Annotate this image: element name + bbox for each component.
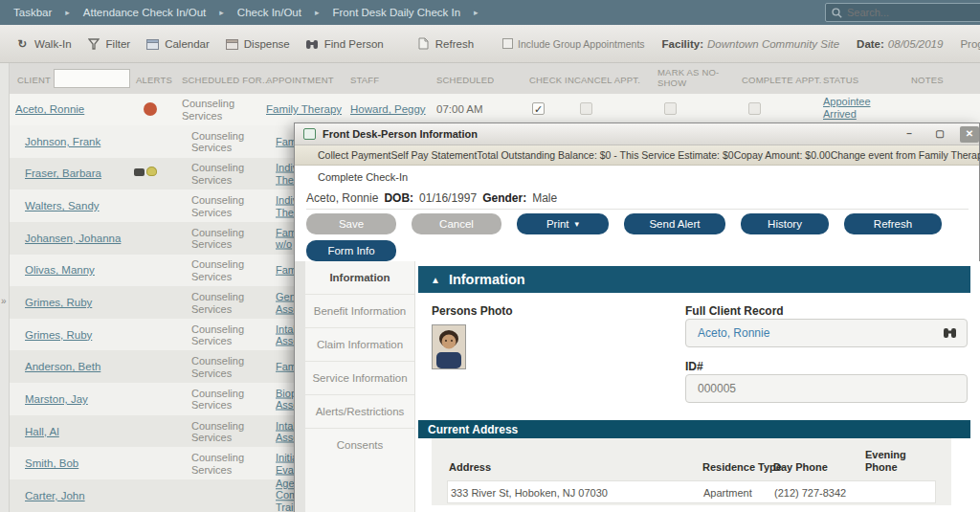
binoculars-icon: [305, 37, 320, 51]
lookup-binoculars-icon[interactable]: [943, 326, 957, 342]
client-link[interactable]: Marston, Jay: [25, 393, 88, 405]
crumb-attendance-check-in-out[interactable]: Attendance Check In/Out: [83, 7, 207, 18]
walk-in-button[interactable]: ↻ Walk-In: [15, 37, 72, 51]
form-info-button[interactable]: Form Info: [306, 240, 396, 261]
print-button[interactable]: Print ▾: [517, 213, 609, 234]
crumb-taskbar[interactable]: Taskbar: [13, 7, 52, 18]
refresh-button[interactable]: Refresh: [844, 213, 942, 234]
include-group-label: Include Group Appointments: [518, 38, 645, 50]
client-link[interactable]: Smith, Bob: [25, 457, 78, 469]
search-input[interactable]: [847, 7, 962, 18]
address-row[interactable]: 333 River St, Hoboken, NJ 07030 Apartmen…: [447, 480, 936, 503]
send-alert-button[interactable]: Send Alert: [624, 213, 725, 234]
change-event-button[interactable]: Change event from Family Therapy: [831, 149, 980, 161]
crumb-check-in-out[interactable]: Check In/Out: [237, 7, 301, 18]
filter-label: Filter: [106, 38, 131, 50]
alert-flag-icon[interactable]: [144, 102, 157, 116]
find-person-label: Find Person: [324, 38, 384, 50]
client-record-value: Aceto, Ronnie: [698, 326, 769, 340]
maximize-button[interactable]: ▢: [929, 126, 950, 143]
nav-information[interactable]: Information: [305, 261, 414, 295]
staff-link[interactable]: Howard, Peggy: [350, 103, 426, 115]
nav-alerts-restrictions[interactable]: Alerts/Restrictions: [305, 395, 414, 429]
self-pay-statement-button[interactable]: Self Pay Statement: [390, 149, 477, 161]
close-button[interactable]: ✕: [960, 126, 979, 143]
client-link[interactable]: Walters, Sandy: [25, 200, 100, 211]
col-appointment[interactable]: APPOINTMENT: [266, 75, 334, 85]
nav-service-information[interactable]: Service Information: [305, 362, 414, 395]
col-scheduled[interactable]: SCHEDULED: [436, 75, 494, 85]
front-desk-daily-check-in-screen: Taskbar ▸ Attendance Check In/Out ▸ Chec…: [0, 0, 980, 512]
col-status[interactable]: STATUS: [823, 75, 858, 85]
nav-benefit-information[interactable]: Benefit Information: [305, 295, 414, 328]
include-group-appointments-toggle[interactable]: Include Group Appointments: [502, 38, 645, 50]
client-link[interactable]: Fraser, Barbara: [25, 167, 101, 179]
calendar-button[interactable]: Calendar: [145, 37, 210, 51]
id-label: ID#: [685, 360, 703, 373]
date-value[interactable]: 08/05/2019: [888, 38, 944, 50]
cancel-button[interactable]: Cancel: [412, 213, 501, 234]
expand-panel-chevron-icon[interactable]: »: [1, 296, 7, 306]
find-person-button[interactable]: Find Person: [305, 37, 384, 51]
dialog-side-nav: Information Benefit Information Claim In…: [305, 261, 415, 512]
caret-down-icon: ▾: [575, 219, 580, 229]
col-cancel-appt[interactable]: CANCEL APPT.: [574, 75, 640, 85]
col-notes[interactable]: NOTES: [911, 75, 944, 85]
col-day-phone: Day Phone: [773, 461, 828, 474]
client-link[interactable]: Carter, John: [25, 490, 85, 501]
camera-alert-icon: [134, 168, 145, 176]
id-field[interactable]: 000005: [685, 374, 968, 403]
refresh-button[interactable]: Refresh: [416, 37, 474, 51]
col-mark-no-show[interactable]: MARK AS NO- SHOW: [657, 67, 720, 88]
check-in-checkbox[interactable]: ✓: [532, 102, 545, 115]
day-phone-value: (212) 727-8342: [774, 487, 846, 500]
appointment-link[interactable]: Family Therapy: [266, 103, 342, 115]
nav-claim-information[interactable]: Claim Information: [305, 328, 414, 362]
filter-button[interactable]: Filter: [87, 37, 131, 51]
cancel-appt-checkbox[interactable]: [580, 102, 592, 115]
outstanding-balance-text: Total Outstanding Balance: $0 - This Ser…: [477, 149, 733, 161]
status-link[interactable]: Appointee Arrived: [823, 96, 871, 121]
scheduled-for-cell: Counseling Services: [191, 258, 244, 282]
client-link[interactable]: Anderson, Beth: [25, 361, 100, 372]
minimize-button[interactable]: –: [899, 126, 920, 143]
client-link[interactable]: Grimes, Ruby: [25, 329, 92, 341]
collect-payment-button[interactable]: Collect Payment: [318, 149, 390, 161]
col-complete-appt[interactable]: COMPLETE APPT.: [742, 75, 822, 85]
save-button[interactable]: Save: [306, 213, 396, 234]
complete-check-in-link[interactable]: Complete Check-In: [318, 171, 408, 183]
client-link[interactable]: Johansen, Johanna: [25, 233, 121, 244]
global-search[interactable]: [825, 3, 980, 22]
col-check-in[interactable]: CHECK IN: [529, 75, 574, 85]
facility-value[interactable]: Downtown Community Site: [707, 38, 839, 50]
full-client-record-field[interactable]: Aceto, Ronnie: [685, 319, 968, 347]
client-link[interactable]: Olivas, Manny: [25, 264, 95, 276]
col-alerts[interactable]: ALERTS: [136, 75, 172, 85]
include-group-checkbox[interactable]: [502, 38, 513, 49]
client-filter-input[interactable]: [54, 69, 130, 88]
collapse-up-icon[interactable]: ▲: [431, 275, 440, 285]
person-photo[interactable]: [432, 324, 466, 369]
refresh-label: Refresh: [435, 38, 474, 50]
current-address-section-header[interactable]: Current Address: [418, 420, 970, 438]
client-link[interactable]: Aceto, Ronnie: [15, 103, 84, 115]
dispense-button[interactable]: Dispense: [225, 37, 290, 51]
complete-appt-checkbox[interactable]: [748, 102, 761, 115]
chevron-right-icon: ▸: [65, 8, 70, 17]
dispense-icon: [225, 37, 239, 51]
nav-consents[interactable]: Consents: [305, 429, 414, 461]
dialog-title-bar[interactable]: Front Desk-Person Information – ▢ ✕: [295, 123, 979, 145]
mark-no-show-checkbox[interactable]: [664, 102, 677, 115]
col-client[interactable]: CLIENT: [17, 75, 51, 85]
information-section-header[interactable]: ▲ Information: [418, 266, 970, 293]
client-link[interactable]: Johnson, Frank: [25, 136, 100, 147]
client-link[interactable]: Grimes, Ruby: [25, 297, 92, 308]
col-scheduled-for[interactable]: SCHEDULED FOR...: [182, 75, 270, 85]
col-staff[interactable]: STAFF: [350, 75, 379, 85]
history-button[interactable]: History: [741, 213, 829, 234]
crumb-front-desk-daily-check-in[interactable]: Front Desk Daily Check In: [333, 7, 461, 18]
client-link[interactable]: Hall, Al: [25, 426, 59, 437]
copay-amount-text: Copay Amount: $0.00: [734, 149, 831, 161]
alert-icons[interactable]: [134, 167, 157, 176]
scheduled-for-cell: Counseling Services: [182, 98, 234, 122]
